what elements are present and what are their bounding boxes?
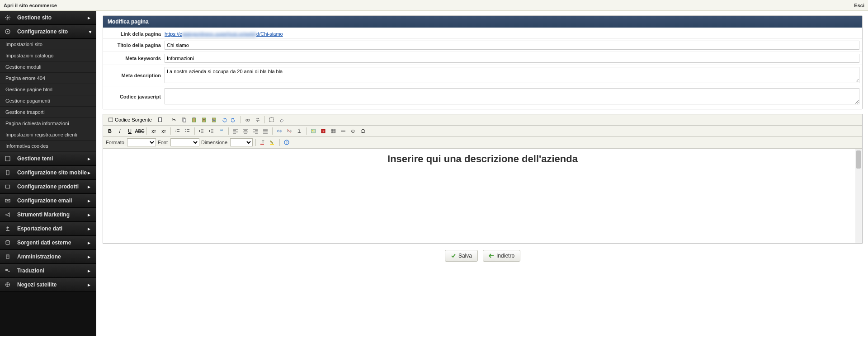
editor-body[interactable]: Inserire qui una descrizione dell'aziend… (103, 148, 862, 243)
font-select[interactable] (170, 138, 199, 146)
sidebar-item-gestione-pagine-html[interactable]: Gestione pagine html (0, 84, 96, 95)
sidebar-item-pagina-richiesta-informazioni[interactable]: Pagina richiesta informazioni (0, 118, 96, 129)
bulletlist-button[interactable] (184, 127, 192, 135)
link-icon (277, 128, 282, 134)
outdent-button[interactable] (198, 127, 206, 135)
svg-point-31 (312, 130, 313, 131)
specialchar-button[interactable]: Ω (359, 127, 367, 135)
sidebar-group-sorgenti-dati-esterne[interactable]: Sorgenti dati esterne ► (0, 236, 96, 250)
bold-button[interactable]: B (106, 127, 114, 135)
chevron-right-icon: ► (87, 282, 91, 287)
js-code-textarea[interactable] (165, 88, 859, 104)
hr-button[interactable] (339, 127, 347, 135)
sidebar-item-gestione-pagamenti[interactable]: Gestione pagamenti (0, 95, 96, 107)
align-center-button[interactable] (241, 127, 250, 135)
sidebar-group-configurazione-sito[interactable]: Configurazione sito ▾ (0, 25, 96, 39)
sidebar-item-impostazioni-registrazione-clienti[interactable]: Impostazioni registrazione clienti (0, 129, 96, 141)
redo-button[interactable] (230, 116, 238, 124)
page-link[interactable]: https://catalogonlinexx.superhost.xx/web… (165, 31, 283, 37)
sidebar-group-strumenti-marketing[interactable]: Strumenti Marketing ► (0, 208, 96, 222)
page-title-input[interactable] (165, 41, 859, 50)
chevron-right-icon: ► (87, 254, 91, 259)
topbar: Apri il sito ecommerce Esci (0, 0, 868, 11)
sidebar-group-traduzioni[interactable]: Traduzioni ► (0, 264, 96, 278)
sidebar-group-negozi-satellite[interactable]: Negozi satellite ► (0, 278, 96, 292)
new-page-button[interactable] (156, 116, 164, 124)
sidebar-item-informativa-cookies[interactable]: Informativa cookies (0, 141, 96, 152)
open-site-link[interactable]: Apri il sito ecommerce (4, 3, 57, 8)
cut-button[interactable]: ✂ (170, 116, 178, 124)
smiley-button[interactable]: ☺ (349, 127, 357, 135)
indent-button[interactable] (208, 127, 216, 135)
link-button[interactable] (275, 127, 283, 135)
undo-button[interactable] (220, 116, 228, 124)
logout-link[interactable]: Esci (854, 3, 864, 8)
italic-button[interactable]: I (116, 127, 124, 135)
sidebar-group-configurazione-email[interactable]: Configurazione email ► (0, 194, 96, 208)
strike-button[interactable]: ABC (136, 127, 144, 135)
flash-button[interactable]: f (319, 127, 327, 135)
align-center-icon (243, 128, 248, 134)
svg-text:T: T (203, 119, 205, 122)
sidebar-group-amministrazione[interactable]: Amministrazione ► (0, 250, 96, 264)
sidebar-item-impostazioni-sito[interactable]: Impostazioni sito (0, 39, 96, 50)
align-justify-icon (263, 128, 268, 134)
editor-scrollbar[interactable] (855, 149, 862, 243)
meta-keywords-input[interactable] (165, 54, 859, 63)
align-right-icon (253, 128, 258, 134)
svg-rect-13 (158, 118, 161, 122)
globe-icon (5, 282, 11, 288)
superscript-button[interactable]: x2 (160, 127, 168, 135)
sidebar-group-esportazione-dati[interactable]: Esportazione dati ► (0, 222, 96, 236)
box-icon (5, 183, 11, 190)
sidebar-group-gestione-temi[interactable]: Gestione temi ► (0, 152, 96, 166)
paste-button[interactable] (190, 116, 198, 124)
paste-text-button[interactable]: T (200, 116, 208, 124)
svg-rect-30 (311, 129, 316, 133)
sidebar-item-pagina-errore-404[interactable]: Pagina errore 404 (0, 73, 96, 84)
source-button[interactable]: Codice Sorgente (106, 116, 154, 124)
arrow-left-icon (489, 253, 494, 258)
bgcolor-button[interactable] (269, 138, 277, 146)
find-button[interactable] (244, 116, 252, 124)
align-right-button[interactable] (251, 127, 259, 135)
field-label-meta-keywords: Meta keywords (106, 56, 165, 61)
blockquote-button[interactable]: “ (217, 127, 226, 135)
underline-button[interactable]: U (126, 127, 134, 135)
sidebar-item-gestione-moduli[interactable]: Gestione moduli (0, 61, 96, 73)
subscript-button[interactable]: x2 (150, 127, 158, 135)
ordered-list-icon: 12 (175, 128, 180, 134)
back-button[interactable]: Indietro (483, 250, 520, 262)
sidebar-item-gestione-trasporti[interactable]: Gestione trasporti (0, 107, 96, 118)
textcolor-button[interactable]: T (259, 138, 267, 146)
format-select[interactable] (127, 138, 156, 146)
svg-rect-37 (270, 144, 274, 145)
replace-button[interactable] (254, 116, 262, 124)
selectall-button[interactable] (268, 116, 276, 124)
save-button[interactable]: Salva (445, 250, 478, 262)
sidebar-group-configurazione-sito-mobile[interactable]: Configurazione sito mobile ► (0, 166, 96, 180)
sidebar-group-label: Configurazione sito (17, 28, 68, 35)
paste-word-button[interactable]: W (210, 116, 218, 124)
sidebar-item-impostazioni-catalogo[interactable]: Impostazioni catalogo (0, 50, 96, 61)
about-button[interactable]: ? (283, 138, 291, 146)
unlink-button[interactable] (285, 127, 293, 135)
flags-icon (5, 268, 11, 274)
meta-description-textarea[interactable]: La nostra azienda si occupa da 20 anni d… (165, 67, 859, 83)
removeformat-button[interactable] (278, 116, 286, 124)
copy-button[interactable] (180, 116, 188, 124)
size-select[interactable] (230, 138, 253, 146)
table-button[interactable] (329, 127, 337, 135)
align-left-button[interactable] (231, 127, 240, 135)
replace-icon (255, 117, 260, 122)
anchor-button[interactable] (295, 127, 303, 135)
chevron-right-icon: ► (87, 156, 91, 161)
paste-word-icon: W (211, 117, 217, 122)
numberedlist-button[interactable]: 12 (174, 127, 182, 135)
align-justify-button[interactable] (261, 127, 269, 135)
sidebar-subitems-configurazione-sito: Impostazioni sito Impostazioni catalogo … (0, 39, 96, 152)
image-button[interactable] (309, 127, 317, 135)
sidebar-group-gestione-sito[interactable]: Gestione sito ► (0, 11, 96, 25)
sidebar-group-configurazione-prodotti[interactable]: Configurazione prodotti ► (0, 180, 96, 194)
svg-text:W: W (212, 119, 215, 122)
